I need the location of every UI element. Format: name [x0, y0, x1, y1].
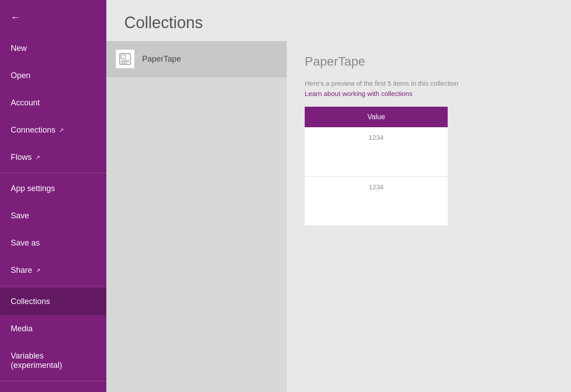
collection-item-name: PaperTape — [142, 54, 181, 64]
sidebar-item-label-app-settings: App settings — [11, 184, 55, 193]
sidebar-item-label-share: Share — [11, 266, 32, 275]
back-arrow-icon: ← — [11, 13, 21, 22]
sidebar-item-label-save: Save — [11, 211, 29, 221]
table-header-value: Value — [305, 107, 448, 127]
sidebar-item-label-open: Open — [11, 71, 30, 80]
preview-title: PaperTape — [305, 54, 553, 69]
sidebar-item-label-collections: Collections — [11, 297, 50, 306]
table-row: 1234 — [305, 127, 448, 176]
sidebar-item-new[interactable]: New — [0, 35, 106, 62]
back-button[interactable]: ← — [0, 0, 106, 35]
sidebar-item-save[interactable]: Save — [0, 202, 106, 229]
collection-item-icon — [115, 49, 135, 69]
sidebar-item-media[interactable]: Media — [0, 315, 106, 342]
preview-learn-link[interactable]: Learn about working with collections — [305, 90, 412, 97]
sidebar-item-label-account: Account — [11, 98, 40, 108]
sidebar-item-open[interactable]: Open — [0, 62, 106, 89]
preview-panel: PaperTape Here's a preview of the first … — [287, 41, 571, 392]
external-link-icon-flows: ↗ — [35, 154, 40, 161]
preview-description: Here's a preview of the first 5 items in… — [305, 79, 553, 87]
table-cell-0: 1234 — [305, 127, 448, 176]
page-title: Collections — [124, 13, 553, 32]
sidebar-item-save-as[interactable]: Save as — [0, 229, 106, 257]
collection-list: PaperTape — [106, 41, 287, 392]
main-area: Collections PaperTape PaperTape — [106, 0, 571, 392]
sidebar-item-label-variables: Variables (experimental) — [11, 351, 96, 370]
sidebar-item-label-save-as: Save as — [11, 238, 40, 248]
sidebar-item-app-settings[interactable]: App settings — [0, 175, 106, 202]
sidebar: ← New Open Account Connections ↗ Flows ↗… — [0, 0, 106, 392]
sidebar-item-share[interactable]: Share ↗ — [0, 257, 106, 284]
sidebar-item-account[interactable]: Account — [0, 89, 106, 117]
external-link-icon: ↗ — [59, 127, 64, 133]
sidebar-item-label-connections: Connections — [11, 125, 55, 135]
collection-item-papertape[interactable]: PaperTape — [106, 41, 287, 77]
sidebar-item-label-media: Media — [11, 324, 33, 334]
sidebar-item-label-flows: Flows — [11, 153, 32, 162]
svg-rect-1 — [121, 55, 126, 58]
table-row: 1234 — [305, 176, 448, 225]
external-link-icon-share: ↗ — [36, 267, 41, 274]
sidebar-item-label-new: New — [11, 44, 27, 53]
sidebar-item-variables[interactable]: Variables (experimental) — [0, 342, 106, 379]
table-cell-1: 1234 — [305, 176, 448, 225]
sidebar-item-connections[interactable]: Connections ↗ — [0, 117, 106, 144]
sidebar-item-flows[interactable]: Flows ↗ — [0, 144, 106, 171]
sidebar-nav: New Open Account Connections ↗ Flows ↗ A… — [0, 35, 106, 392]
page-header: Collections — [106, 0, 571, 41]
content-area: PaperTape PaperTape Here's a preview of … — [106, 41, 571, 392]
sidebar-item-close[interactable]: Close — [0, 383, 106, 392]
sidebar-item-collections[interactable]: Collections — [0, 288, 106, 315]
preview-table: Value 1234 1234 — [305, 107, 448, 226]
